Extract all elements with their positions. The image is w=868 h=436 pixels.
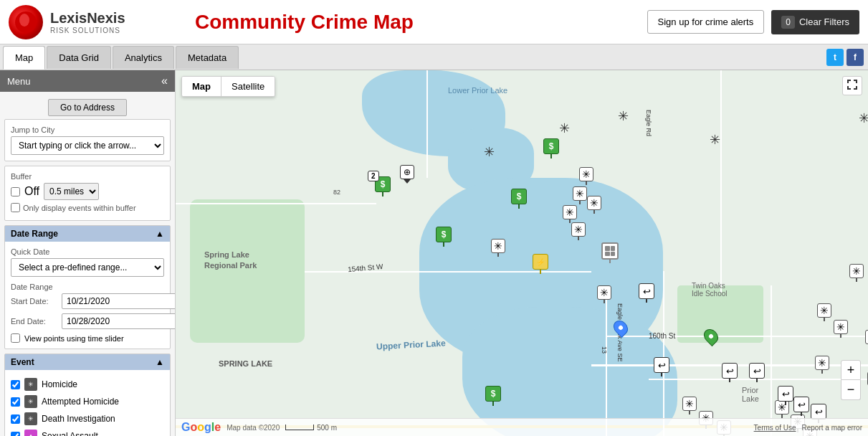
- location-pin[interactable]: [614, 320, 627, 336]
- crime-marker[interactable]: ✳: [710, 133, 720, 146]
- map-footer: Google Map data ©2020 500 m Terms of Use…: [176, 418, 868, 436]
- satellite-view-button[interactable]: Satellite: [221, 77, 275, 96]
- green-location-pin[interactable]: [705, 328, 717, 344]
- crime-pin-marker[interactable]: ✳: [817, 303, 831, 321]
- address-pin[interactable]: ⊕: [400, 165, 414, 184]
- sidebar-title: Menu: [7, 76, 31, 87]
- tab-bar: Map Data Grid Analytics Metadata t f: [0, 44, 868, 70]
- sidebar-toggle-button[interactable]: «: [161, 75, 168, 87]
- event-title: Event: [11, 357, 34, 367]
- event-section: Event ▲ ✳ Homicide ✳ Attempted Homicide …: [4, 354, 171, 436]
- only-display-checkbox[interactable]: [11, 203, 20, 212]
- crime-pin-marker[interactable]: ✳: [597, 285, 611, 303]
- date-range-title: Date Range: [11, 229, 58, 239]
- clear-filters-button[interactable]: 0 Clear Filters: [771, 10, 859, 34]
- only-display-row: Only display events within buffer: [11, 203, 164, 212]
- green-pin-marker[interactable]: $: [543, 138, 559, 158]
- event-list-item-homicide: ✳ Homicide: [11, 376, 164, 393]
- crime-pin-marker[interactable]: ✳: [849, 264, 864, 282]
- green-pin-marker[interactable]: $: [511, 189, 527, 209]
- upper-prior-lake-label: Upper Prior Lake: [376, 338, 446, 351]
- go-to-address-button[interactable]: Go to Address: [48, 99, 127, 116]
- zoom-out-button[interactable]: −: [841, 380, 861, 400]
- event-checkbox-sexual-assault[interactable]: [11, 432, 20, 437]
- tab-map[interactable]: Map: [3, 46, 45, 70]
- crime-pin-marker[interactable]: ✳: [579, 167, 593, 185]
- event-list-item-sexual-assault: ♦ Sexual Assault: [11, 427, 164, 436]
- crime-marker[interactable]: ✳: [484, 146, 495, 158]
- green-pin-marker[interactable]: $: [436, 227, 452, 247]
- event-header[interactable]: Event ▲: [5, 354, 170, 370]
- crime-pin-marker[interactable]: ✳: [573, 186, 587, 204]
- terms-of-use-link[interactable]: Terms of Use: [754, 424, 796, 432]
- yellow-pin-marker[interactable]: ⚡: [533, 254, 548, 274]
- buffer-checkbox[interactable]: [11, 187, 20, 196]
- crime-marker[interactable]: ✳: [559, 122, 570, 135]
- fullscreen-button[interactable]: [842, 76, 862, 95]
- cluster-badge[interactable]: 2: [368, 171, 379, 181]
- grid-marker[interactable]: [601, 242, 619, 263]
- logo-name: LexisNexis: [50, 10, 125, 27]
- map-area: 154th St W 160th St Eagle Creek Ave SE E…: [176, 70, 868, 436]
- end-date-row: End Date: 10/28/2020 📅: [11, 313, 164, 329]
- quick-date-select[interactable]: Select a pre-defined range...: [11, 258, 164, 277]
- tab-analytics[interactable]: Analytics: [113, 46, 174, 69]
- tab-metadata[interactable]: Metadata: [176, 46, 239, 69]
- direction-marker[interactable]: ↩: [654, 357, 669, 376]
- crime-pin-marker[interactable]: ✳: [587, 196, 601, 214]
- green-pin-marker[interactable]: $: [485, 386, 501, 406]
- filter-count-badge: 0: [781, 16, 795, 29]
- zoom-controls: + −: [841, 360, 861, 400]
- event-checkbox-attempted-homicide[interactable]: [11, 397, 20, 407]
- event-label-homicide: Homicide: [42, 379, 77, 389]
- lexisnexis-logo-icon: [9, 5, 43, 39]
- map-background[interactable]: 154th St W 160th St Eagle Creek Ave SE E…: [176, 70, 868, 436]
- direction-marker[interactable]: ↩: [639, 283, 654, 303]
- zoom-in-button[interactable]: +: [841, 360, 861, 380]
- date-range-content: Quick Date Select a pre-defined range...…: [5, 242, 170, 349]
- direction-marker[interactable]: ↩: [778, 386, 793, 405]
- crime-pin-marker[interactable]: ✳: [491, 239, 505, 257]
- event-checkbox-death-investigation[interactable]: [11, 414, 20, 424]
- crime-pin-marker[interactable]: ✳: [834, 320, 848, 338]
- time-slider-checkbox[interactable]: [11, 333, 20, 343]
- buffer-label: Buffer: [11, 172, 164, 181]
- scale-bar: 500 m: [285, 424, 337, 432]
- jump-to-city-input[interactable]: Start typing or click the arrow...: [11, 136, 164, 155]
- tab-data-grid[interactable]: Data Grid: [47, 46, 111, 69]
- event-list-item-death-investigation: ✳ Death Investigation: [11, 410, 164, 427]
- buffer-off-label: Off: [24, 185, 39, 198]
- event-checkbox-homicide[interactable]: [11, 380, 20, 389]
- crime-pin-marker[interactable]: ✳: [815, 356, 829, 374]
- twitter-icon[interactable]: t: [826, 49, 844, 66]
- logo-area: LexisNexis RISK SOLUTIONS: [9, 5, 181, 39]
- map-view-button[interactable]: Map: [182, 77, 221, 96]
- time-slider-row: View points using time slider: [11, 333, 164, 343]
- report-map-error-link[interactable]: Report a map error: [802, 424, 862, 432]
- crime-pin-marker[interactable]: ✳: [865, 330, 868, 348]
- direction-marker[interactable]: ↩: [722, 363, 738, 382]
- signup-button[interactable]: Sign up for crime alerts: [647, 10, 765, 34]
- start-date-input[interactable]: 10/21/2020: [62, 293, 175, 309]
- crime-pin-marker[interactable]: ✳: [563, 205, 577, 223]
- crime-pin-marker[interactable]: ✳: [682, 397, 697, 414]
- event-label-attempted-homicide: Attempted Homicide: [42, 397, 119, 407]
- date-range-header[interactable]: Date Range ▲: [5, 226, 170, 242]
- end-date-input[interactable]: 10/28/2020: [62, 313, 175, 329]
- map-data-text: Map data ©2020: [226, 424, 280, 432]
- only-display-label: Only display events within buffer: [23, 204, 136, 212]
- crime-marker[interactable]: ✳: [618, 110, 629, 123]
- buffer-distance-select[interactable]: 0.5 miles: [44, 183, 99, 200]
- road-82-label: 82: [333, 189, 340, 196]
- buffer-content: Buffer Off 0.5 miles Only display events…: [5, 166, 170, 220]
- direction-marker[interactable]: ↩: [749, 363, 765, 382]
- svg-point-1: [19, 14, 29, 27]
- spring-lake-regional-label: Spring LakeRegional Park: [204, 250, 257, 272]
- map-view-controls: Map Satellite: [181, 76, 275, 97]
- event-icon-homicide: ✳: [24, 378, 37, 391]
- facebook-icon[interactable]: f: [846, 49, 864, 66]
- direction-marker[interactable]: ↩: [793, 397, 809, 416]
- buffer-section: Buffer Off 0.5 miles Only display events…: [4, 166, 171, 221]
- crime-marker[interactable]: ✳: [859, 112, 868, 125]
- crime-pin-marker[interactable]: ✳: [571, 222, 586, 240]
